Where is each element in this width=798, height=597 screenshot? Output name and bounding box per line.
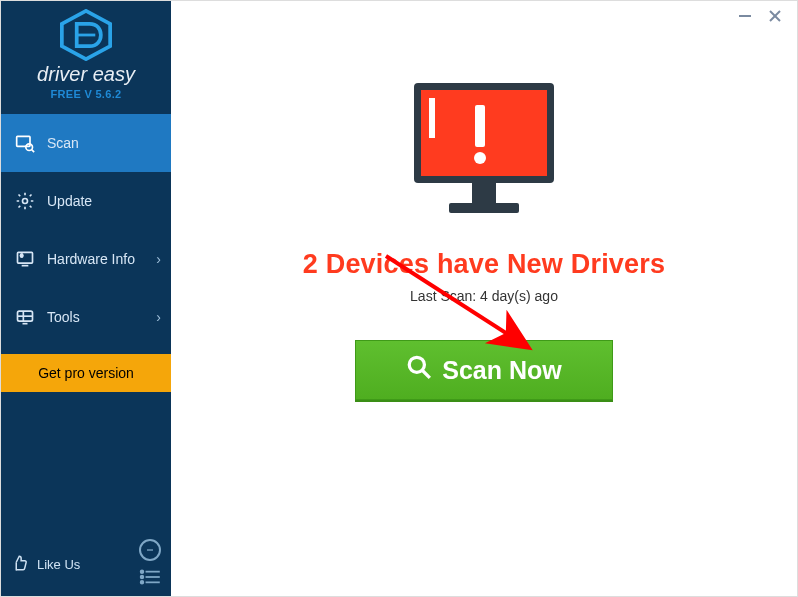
sidebar-spacer xyxy=(1,392,171,536)
chevron-right-icon: › xyxy=(156,309,161,325)
sidebar-item-label: Scan xyxy=(47,135,79,151)
feedback-icon[interactable] xyxy=(139,539,161,561)
app-logo-icon xyxy=(1,9,171,61)
sidebar: driver easy FREE V 5.6.2 Scan xyxy=(1,1,171,596)
app-window: driver easy FREE V 5.6.2 Scan xyxy=(0,0,798,597)
footer-right xyxy=(139,539,161,589)
svg-point-8 xyxy=(23,199,28,204)
sidebar-item-label: Tools xyxy=(47,309,80,325)
svg-rect-9 xyxy=(18,252,33,263)
status-headline: 2 Devices have New Drivers xyxy=(303,249,665,280)
svg-text:i: i xyxy=(21,254,22,258)
svg-point-17 xyxy=(148,550,149,551)
sidebar-item-hardware-info[interactable]: i Hardware Info › xyxy=(1,230,171,288)
svg-line-7 xyxy=(32,150,34,153)
menu-icon[interactable] xyxy=(139,569,161,589)
thumbs-up-icon xyxy=(11,554,29,575)
svg-point-22 xyxy=(141,576,144,579)
svg-rect-32 xyxy=(449,203,519,213)
main-panel: 2 Devices have New Drivers Last Scan: 4 … xyxy=(171,1,797,596)
sidebar-item-label: Update xyxy=(47,193,92,209)
alert-monitor-graphic xyxy=(399,75,569,229)
version-label: FREE V 5.6.2 xyxy=(1,88,171,100)
svg-point-20 xyxy=(141,570,144,573)
svg-rect-29 xyxy=(475,105,485,147)
chevron-right-icon: › xyxy=(156,251,161,267)
scan-now-button[interactable]: Scan Now xyxy=(355,340,613,400)
sidebar-item-scan[interactable]: Scan xyxy=(1,114,171,172)
get-pro-label: Get pro version xyxy=(38,365,134,381)
sidebar-item-tools[interactable]: Tools › xyxy=(1,288,171,346)
minimize-button[interactable] xyxy=(737,8,753,24)
close-button[interactable] xyxy=(767,8,783,24)
window-controls xyxy=(723,1,797,31)
svg-point-18 xyxy=(150,550,151,551)
scan-now-label: Scan Now xyxy=(442,356,561,385)
svg-rect-28 xyxy=(429,98,435,138)
svg-point-24 xyxy=(141,581,144,584)
get-pro-button[interactable]: Get pro version xyxy=(1,354,171,392)
hardware-info-icon: i xyxy=(15,249,35,269)
svg-point-30 xyxy=(474,152,486,164)
like-us-button[interactable]: Like Us xyxy=(11,554,80,575)
magnifier-icon xyxy=(406,354,432,386)
scan-icon xyxy=(15,133,35,153)
last-scan-text: Last Scan: 4 day(s) ago xyxy=(410,288,558,304)
sidebar-nav: Scan Update i xyxy=(1,114,171,392)
gear-icon xyxy=(15,191,35,211)
svg-line-34 xyxy=(423,370,431,378)
svg-point-33 xyxy=(410,357,425,372)
logo-area: driver easy FREE V 5.6.2 xyxy=(1,1,171,106)
sidebar-item-label: Hardware Info xyxy=(47,251,135,267)
sidebar-item-update[interactable]: Update xyxy=(1,172,171,230)
brand-name: driver easy xyxy=(1,63,171,86)
sidebar-footer: Like Us xyxy=(1,536,171,596)
like-us-label: Like Us xyxy=(37,557,80,572)
svg-point-19 xyxy=(152,550,153,551)
svg-rect-31 xyxy=(472,183,496,203)
tools-icon xyxy=(15,307,35,327)
